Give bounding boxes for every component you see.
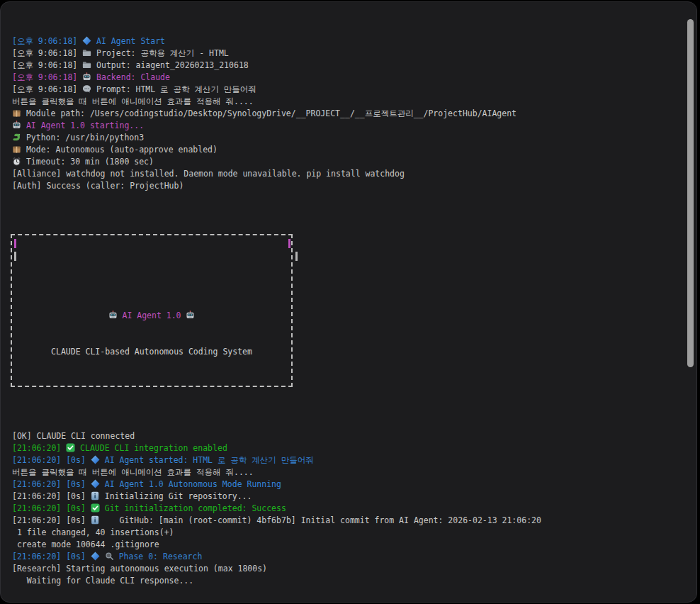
banner-box: AI Agent 1.0 CLAUDE CLI-based Autonomous… <box>11 234 293 387</box>
log-line: [21:06:20] [0s] AI Agent 1.0 Autonomous … <box>12 479 696 491</box>
log-line: Waiting for Claude CLI response... <box>12 575 696 587</box>
log-line: [21:06:20] [0s] Phase 0: Research <box>12 551 696 563</box>
log-text: AI Agent 1.0 Autonomous Mode Running <box>100 479 281 489</box>
log-line: Timeout: 30 min (1800 sec) <box>12 156 696 168</box>
log-text: Module path: /Users/codingstudio/Desktop… <box>21 108 516 118</box>
log-text: CLAUDE CLI integration enabled <box>75 443 227 453</box>
log-text: AI Agent Start <box>91 36 165 46</box>
log-line: create mode 100644 .gitignore <box>12 539 696 551</box>
log-line: 1 file changed, 40 insertions(+) <box>12 527 696 539</box>
log-text: [오후 9:06:18] <box>12 36 82 46</box>
log-text: Phase 0: Research <box>114 552 203 561</box>
log-text: [21:06:20] [0s] <box>12 455 91 465</box>
magnifier-icon <box>105 552 114 561</box>
log-text: Mode: Autonomous (auto-approve enabled) <box>21 145 218 155</box>
log-line: 버튼을 클릭했을 때 버튼에 애니메이션 효과를 적용해 줘.... <box>12 466 696 479</box>
log-text: Project: 공학용 계산기 - HTML <box>91 48 229 58</box>
folder-icon <box>82 60 91 69</box>
log-line: Mode: Autonomous (auto-approve enabled) <box>12 144 696 156</box>
blue-diamond-icon <box>91 455 100 464</box>
log-line: [오후 9:06:18] Backend: Claude <box>12 72 696 84</box>
log-line: [21:06:20] [0s] Initializing Git reposit… <box>12 491 696 503</box>
log-line: [21:06:20] [0s] GitHub: [main (root-comm… <box>12 515 696 527</box>
log-text: Timeout: 30 min (1800 sec) <box>21 157 154 167</box>
info-icon <box>91 515 100 525</box>
terminal-window: [오후 9:06:18] AI Agent Start[오후 9:06:18] … <box>0 1 697 603</box>
log-line: [21:06:20] [0s] AI Agent started: HTML 로… <box>12 454 696 466</box>
log-text: AI Agent started: HTML 로 공학 계산기 만들어줘 <box>100 455 314 465</box>
log-line: Module path: /Users/codingstudio/Desktop… <box>12 108 696 120</box>
log-text: 1 file changed, 40 insertions(+) <box>12 527 174 537</box>
log-text: [21:06:20] <box>12 443 66 453</box>
log-line: [21:06:20] [0s] Git initialization compl… <box>12 503 696 515</box>
log-text: [21:06:20] [0s] <box>12 515 91 525</box>
log-text <box>100 552 105 561</box>
banner-bar-icon <box>295 252 298 261</box>
log-line: [오후 9:06:18] Prompt: HTML 로 공학 계산기 만들어줘 <box>12 84 696 96</box>
log-text: [Research] Starting autonomous execution… <box>12 564 267 574</box>
log-text: [21:06:20] [0s] <box>12 491 91 501</box>
check-icon <box>91 503 100 513</box>
banner-bar-icon <box>14 239 16 248</box>
log-section-init: [OK] CLAUDE CLI connected[21:06:20] CLAU… <box>12 430 696 587</box>
scrollbar-thumb[interactable] <box>687 19 694 367</box>
blue-diamond-icon <box>82 36 91 45</box>
log-line: [오후 9:06:18] Project: 공학용 계산기 - HTML <box>12 47 696 60</box>
terminal-log: [오후 9:06:18] AI Agent Start[오후 9:06:18] … <box>1 2 696 602</box>
robot-icon <box>186 311 195 320</box>
robot-icon <box>82 72 91 82</box>
log-line: [Research] Starting autonomous execution… <box>12 563 696 575</box>
log-section-startup: [오후 9:06:18] AI Agent Start[오후 9:06:18] … <box>12 35 696 192</box>
info-icon <box>91 491 100 500</box>
log-line: [OK] CLAUDE CLI connected <box>12 430 696 442</box>
banner-title-text: AI Agent 1.0 <box>118 311 186 320</box>
log-line: [21:06:20] CLAUDE CLI integration enable… <box>12 442 696 454</box>
banner-subtitle: CLAUDE CLI-based Autonomous Coding Syste… <box>12 346 291 358</box>
log-line: [오후 9:06:18] Output: aiagent_20260213_21… <box>12 60 696 72</box>
log-text: Backend: Claude <box>91 72 170 82</box>
banner-bar-icon <box>288 239 290 248</box>
log-text: Output: aiagent_20260213_210618 <box>91 60 249 70</box>
package-icon <box>12 108 21 118</box>
blue-diamond-icon <box>91 552 100 561</box>
log-text: Prompt: HTML 로 공학 계산기 만들어줘 <box>91 84 256 94</box>
banner-bar-icon <box>14 252 16 261</box>
speech-bubble-icon <box>82 84 91 94</box>
log-text: [21:06:20] [0s] <box>12 479 91 489</box>
log-text: [Auth] Success (caller: ProjectHub) <box>12 181 184 191</box>
log-text: 버튼을 클릭했을 때 버튼에 애니메이션 효과를 적용해 줘.... <box>12 96 254 106</box>
log-line: [오후 9:06:18] AI Agent Start <box>12 35 696 47</box>
log-text: Waiting for Claude CLI response... <box>12 576 193 586</box>
log-text: create mode 100644 .gitignore <box>12 539 159 549</box>
banner-title: AI Agent 1.0 <box>12 310 291 322</box>
log-line: [Alliance] watchdog not installed. Daemo… <box>12 168 696 180</box>
robot-icon <box>108 311 118 320</box>
folder-icon <box>82 48 91 57</box>
log-text: [오후 9:06:18] <box>12 84 82 94</box>
log-text: [21:06:20] [0s] <box>12 503 91 513</box>
log-text: [오후 9:06:18] <box>12 60 82 70</box>
log-text: [오후 9:06:18] <box>12 72 82 82</box>
log-line: Python: /usr/bin/python3 <box>12 132 696 144</box>
log-text: [OK] CLAUDE CLI connected <box>12 431 135 441</box>
log-text: AI Agent 1.0 starting... <box>21 121 144 130</box>
log-line: 버튼을 클릭했을 때 버튼에 애니메이션 효과를 적용해 줘.... <box>12 96 696 108</box>
robot-icon <box>12 121 21 130</box>
log-text: GitHub: [main (root-commit) 4bf6b7b] Ini… <box>100 515 541 525</box>
log-line: AI Agent 1.0 starting... <box>12 120 696 132</box>
log-text: [Alliance] watchdog not installed. Daemo… <box>12 169 405 179</box>
blue-diamond-icon <box>91 479 100 488</box>
snake-icon <box>12 133 21 142</box>
log-text: [오후 9:06:18] <box>12 48 82 58</box>
log-text: 버튼을 클릭했을 때 버튼에 애니메이션 효과를 적용해 줘.... <box>12 467 254 477</box>
package-icon <box>12 145 21 154</box>
log-text: Python: /usr/bin/python3 <box>21 133 144 142</box>
alarm-clock-icon <box>12 157 21 166</box>
log-text: Git initialization completed: Success <box>100 503 286 513</box>
log-line: [Auth] Success (caller: ProjectHub) <box>12 180 696 192</box>
check-icon <box>66 443 75 452</box>
log-text: Initializing Git repository... <box>100 491 252 501</box>
log-text: [21:06:20] [0s] <box>12 552 91 561</box>
